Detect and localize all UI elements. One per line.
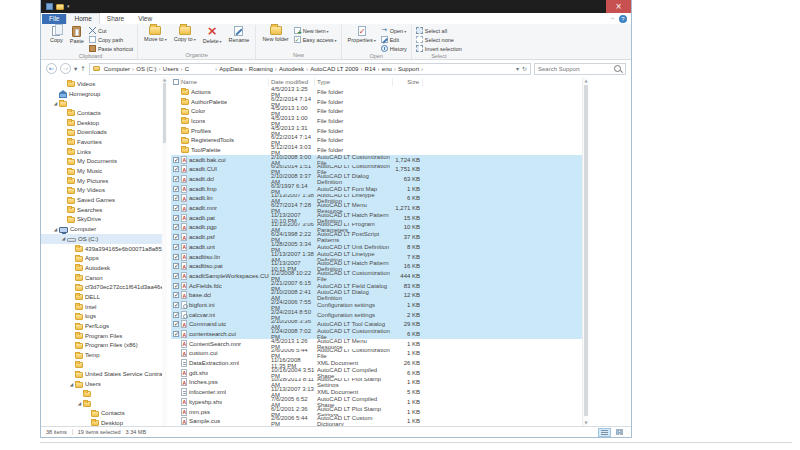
file-row-contentsearch-mnr[interactable]: ContentSearch.mnr4/5/2013 1:26 PMAutoCAD… [171,339,589,349]
sidebar-item-my-music[interactable]: My Music [41,166,167,176]
file-row-actions[interactable]: Actions4/5/2013 1:25 PMFile folder [171,87,589,97]
file-row-authorpalette[interactable]: AuthorPalette6/22/2014 7:14 PMFile folde… [171,97,589,107]
sidebar-item-os-c[interactable]: ◢OS (C:) [41,234,167,244]
select-none-button[interactable]: Select none [416,36,462,43]
sidebar-item-cf3d70ec272cc1f641d3aa46e72094e3[interactable]: cf3d70ec272cc1f641d3aa46e72094e3 [41,282,167,292]
sidebar-item-homegroup[interactable]: Homegroup [41,89,167,99]
sidebar-item-contacts[interactable]: Contacts [41,408,167,418]
file-row-color[interactable]: Color4/5/2013 1:00 PMFile folder [171,106,589,116]
copy-to-button[interactable]: Copy to [172,25,198,42]
column-header-name[interactable]: Name [181,78,269,86]
breadcrumb-segment-support[interactable]: Support [396,66,421,72]
file-row-inches-pss[interactable]: Inches.pss10/28/2013 8:11 AMAutoCAD LT P… [171,378,589,388]
sidebar-item-item[interactable] [41,360,167,370]
expander-icon[interactable]: ◢ [76,401,83,406]
sidebar-item-desktop[interactable]: Desktop [41,118,167,128]
sidebar-item-videos[interactable]: Videos [41,79,167,89]
recent-locations-icon[interactable]: ▾ [74,65,77,73]
edit-button[interactable]: Edit [381,36,407,43]
file-row-acadltiso-pat[interactable]: acadltiso.pat11/13/2007 10:11 PMAutoCAD … [171,261,589,271]
search-icon[interactable] [614,65,621,72]
paste-shortcut-button[interactable]: Paste shortcut [89,45,133,52]
new-folder-button[interactable]: New folder [260,25,290,42]
thumbnail-view-button[interactable] [613,428,626,437]
breadcrumb-segment-autocad-lt-2009[interactable]: AutoCAD LT 2009 [308,66,360,72]
paste-button[interactable]: Paste [68,25,86,44]
row-checkbox[interactable] [173,186,179,192]
file-row-contentsearch-cui[interactable]: contentsearch.cui1/24/2008 7:02 PMAutoCA… [171,329,589,339]
column-header-type[interactable]: Type [315,78,393,86]
file-row-infocenter-xml[interactable]: infocenter.xml11/13/2007 3:13 AMXML Docu… [171,387,589,397]
row-checkbox[interactable] [173,166,179,172]
chevron-down-icon[interactable]: ▾ [67,4,70,9]
search-box[interactable] [534,63,626,75]
file-row-command-utc[interactable]: Command.utc2/10/2008 3:36 AMAutoCAD LT T… [171,320,589,330]
up-button[interactable]: ↑ [80,65,85,73]
row-checkbox[interactable] [173,331,179,337]
sidebar-item-computer[interactable]: ◢Computer [41,224,167,234]
details-view-button[interactable] [598,428,611,437]
file-row-acadlt-mnr[interactable]: acadlt.mnr6/27/2014 7:28 PMAutoCAD LT Me… [171,203,589,213]
sidebar-item-program-files-x86[interactable]: Program Files (x86) [41,341,167,351]
refresh-icon[interactable]: ↻ [522,65,527,72]
row-checkbox[interactable] [173,302,179,308]
file-row-acadlt-pgp[interactable]: acadlt.pgp11/13/2007 3:06 AMAutoCAD LT P… [171,223,589,233]
file-row-profiles[interactable]: Profiles4/5/2013 1:31 PMFile folder [171,126,589,136]
row-checkbox[interactable] [173,321,179,327]
tab-share[interactable]: Share [100,14,131,24]
close-button[interactable]: × [606,0,631,13]
file-row-acadlt-pat[interactable]: acadlt.pat11/13/2007 10:10 PMAutoCAD LT … [171,213,589,223]
rename-button[interactable]: Rename [227,25,252,43]
sidebar-item-439a394165e6b00071a8a85[interactable]: 439a394165e6b00071a8a85 [41,244,167,254]
sidebar-item-logs[interactable]: logs [41,312,167,322]
sidebar-item-favorites[interactable]: Favorites [41,137,167,147]
sidebar-item-my-pictures[interactable]: My Pictures [41,176,167,186]
sidebar-item-desktop[interactable]: Desktop [41,418,167,426]
file-row-base-dcl[interactable]: base.dcl2/10/2008 2:41 AMAutoCAD LT Dial… [171,290,589,300]
file-row-acfields-fdc[interactable]: AcFields.fdc2/21/2007 6:15 PMAutoCAD LT … [171,281,589,291]
easy-access-button[interactable]: Easy access [294,36,337,43]
expander-icon[interactable]: ◢ [68,382,75,387]
new-item-button[interactable]: New item [294,27,337,34]
tab-home[interactable]: Home [66,13,99,24]
move-to-button[interactable]: Move to [142,25,169,42]
sidebar-item-united-states-service-contracts[interactable]: United States Service Contracts [41,370,167,380]
forward-button[interactable]: → [60,63,71,74]
back-button[interactable]: ← [46,63,57,74]
row-checkbox[interactable] [173,254,179,260]
file-row-toolpalette[interactable]: ToolPalette5/12/2014 3:03 PMFile folder [171,145,589,155]
expander-icon[interactable]: ◢ [52,227,59,232]
sidebar-item-apps[interactable]: Apps [41,253,167,263]
breadcrumb-segment-roaming[interactable]: Roaming [247,66,275,72]
breadcrumb-segment-r14[interactable]: R14 [363,66,378,72]
file-row-mm-pss[interactable]: mm.pss6/1/2001 2:36 PMAutoCAD LT Plot St… [171,407,589,417]
row-checkbox[interactable] [173,244,179,250]
row-checkbox[interactable] [173,195,179,201]
sidebar-item-my-documents[interactable]: My Documents [41,157,167,167]
row-checkbox[interactable] [173,312,179,318]
file-row-acadlt-psf[interactable]: acadlt.psf6/24/1998 2:22 PMAutoCAD LT Po… [171,232,589,242]
breadcrumb-segment-os-c[interactable]: OS (C:) [134,66,158,72]
breadcrumb-segment-users[interactable]: Users [161,66,181,72]
file-row-acadlt-fmp[interactable]: acadlt.fmp6/3/1997 6:14 PMAutoCAD LT Fon… [171,184,589,194]
sidebar-item-downloads[interactable]: Downloads [41,127,167,137]
sidebar-item-program-files[interactable]: Program Files [41,331,167,341]
file-row-acadlt-bak-cui[interactable]: acadlt.bak.cui2/10/2008 3:00 AMAutoCAD L… [171,155,589,165]
breadcrumb-segment-autodesk[interactable]: Autodesk [277,66,306,72]
sidebar-item-skydrive[interactable]: SkyDrive [41,215,167,225]
file-row-acadltsampleworkspaces-cui[interactable]: acadltSampleWorkspaces.CUI1/2/2008 10:22… [171,271,589,281]
file-row-acadlt-unt[interactable]: acadlt.unt1/28/2005 3:34 PMAutoCAD LT Un… [171,242,589,252]
row-checkbox[interactable] [173,176,179,182]
file-row-dataextraction-xml[interactable]: DataExtraction.xml11/16/2008 11:35 PMXML… [171,358,589,368]
search-input[interactable] [535,66,614,72]
delete-button[interactable]: × Delete [201,25,224,44]
row-checkbox[interactable] [173,263,179,269]
file-row-custom-cui[interactable]: custom.cui2/6/2006 5:44 PMAutoCAD LT Cus… [171,349,589,359]
breadcrumb-segment-c[interactable]: C [183,66,191,72]
file-list-scrollbar[interactable]: ▲ ▼ [582,77,589,426]
expander-icon[interactable]: ◢ [52,101,59,106]
address-box[interactable]: Computer›OS (C:)›Users›C›AppData›Roaming… [89,63,531,75]
history-button[interactable]: History [381,45,407,52]
cut-button[interactable]: Cut [89,27,133,34]
sidebar-item-perflogs[interactable]: PerfLogs [41,321,167,331]
